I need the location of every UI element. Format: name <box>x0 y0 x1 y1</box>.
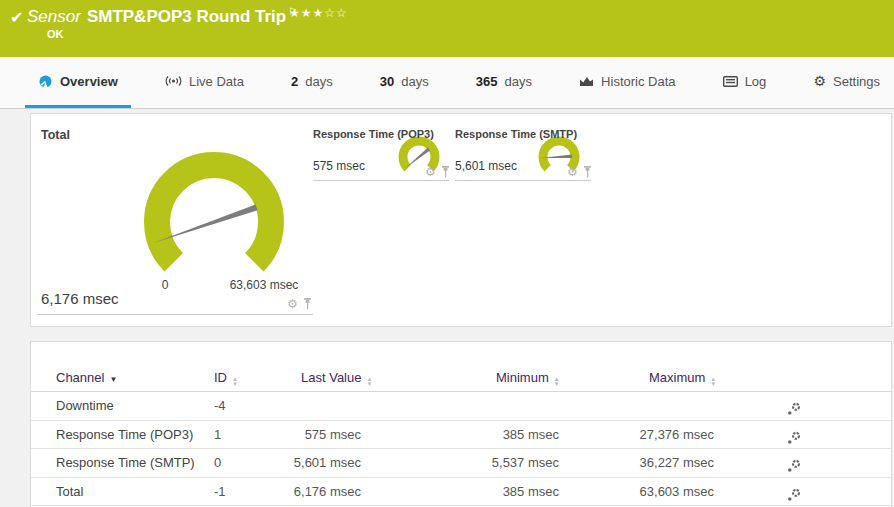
channel-minimum: 5,537 msec <box>409 449 559 476</box>
column-header-channel[interactable]: Channel▼ <box>56 364 117 393</box>
channel-last-value: 5,601 msec <box>211 449 361 476</box>
gauge-smtp-value: 5,601 msec <box>455 159 517 173</box>
table-row-response-time-pop3: Response Time (POP3) 1 575 msec 385 msec… <box>31 421 891 450</box>
gauge-pop3-label: Response Time (POP3) <box>313 128 434 140</box>
tab-live-data[interactable]: Live Data <box>152 57 257 108</box>
tab-settings[interactable]: ⚙ Settings <box>800 57 893 108</box>
tab-historic-data[interactable]: Historic Data <box>566 57 688 108</box>
tab-365-days[interactable]: 365 days <box>463 57 545 108</box>
total-gauge-max-label: 63,603 msec <box>223 278 305 292</box>
sensor-kind-label: Sensor <box>27 7 81 26</box>
tab-label: Live Data <box>189 74 244 89</box>
channel-name: Response Time (POP3) <box>56 421 193 448</box>
table-row-response-time-smtp: Response Time (SMTP) 0 5,601 msec 5,537 … <box>31 449 891 478</box>
sort-icon: ▲▼ <box>710 377 716 386</box>
gauge-pop3-value: 575 msec <box>313 159 365 173</box>
channel-name: Response Time (SMTP) <box>56 449 195 476</box>
pin-icon[interactable] <box>583 166 592 178</box>
gauge-total-label: Total <box>41 128 70 142</box>
channel-maximum: 63,603 msec <box>564 478 714 505</box>
channel-last-value: 6,176 msec <box>211 478 361 505</box>
status-badge: OK <box>47 28 64 40</box>
gauge-settings-gear-icon[interactable]: ⚙ <box>567 167 578 177</box>
channel-minimum: 385 msec <box>409 421 559 448</box>
status-ok-check-icon: ✔ <box>10 8 23 27</box>
channel-last-value: 575 msec <box>211 421 361 448</box>
tab-label: days <box>401 74 428 89</box>
gauge-icon <box>38 75 53 88</box>
priority-stars[interactable]: ★★★☆☆ <box>289 6 348 20</box>
channel-settings-icon[interactable] <box>787 484 801 507</box>
sort-desc-icon: ▼ <box>109 375 117 384</box>
tab-2-days[interactable]: 2 days <box>278 57 346 108</box>
tab-label: days <box>305 74 332 89</box>
table-header-row: Channel▼ ID▲▼ Last Value▲▼ Minimum▲▼ Max… <box>31 364 891 392</box>
tab-30-days[interactable]: 30 days <box>367 57 442 108</box>
table-row-downtime: Downtime -4 <box>31 392 891 421</box>
sort-icon: ▲▼ <box>366 377 372 386</box>
tab-bar: Overview Live Data 2 days 30 days 365 da… <box>0 57 894 109</box>
page-title: SensorSMTP&POP3 Round Trip⚐ <box>27 6 297 27</box>
channels-panel: Channel▼ ID▲▼ Last Value▲▼ Minimum▲▼ Max… <box>30 341 892 507</box>
tab-number: 30 <box>380 74 394 89</box>
tab-number: 365 <box>476 74 498 89</box>
gauge-total-value: 6,176 msec <box>41 290 119 307</box>
historic-chart-icon <box>579 75 594 87</box>
channel-maximum: 36,227 msec <box>564 449 714 476</box>
tab-label: Settings <box>833 74 880 89</box>
channel-id: -4 <box>214 392 226 419</box>
pin-icon[interactable] <box>303 298 312 310</box>
sort-icon: ▲▼ <box>554 377 560 386</box>
sensor-header: ✔ SensorSMTP&POP3 Round Trip⚐ ★★★☆☆ OK <box>0 0 894 57</box>
pin-icon[interactable] <box>441 166 450 178</box>
tab-label: Overview <box>60 74 118 89</box>
gauge-settings-gear-icon[interactable]: ⚙ <box>287 299 298 309</box>
gauge-smtp-label: Response Time (SMTP) <box>455 128 577 140</box>
tab-label: days <box>505 74 532 89</box>
tab-label: Historic Data <box>601 74 675 89</box>
table-row-total: Total -1 6,176 msec 385 msec 63,603 msec <box>31 478 891 507</box>
total-gauge-min-label: 0 <box>135 278 195 292</box>
gear-icon: ⚙ <box>813 73 826 89</box>
channel-maximum: 27,376 msec <box>564 421 714 448</box>
channel-table: Channel▼ ID▲▼ Last Value▲▼ Minimum▲▼ Max… <box>31 364 891 506</box>
column-header-last-value[interactable]: Last Value▲▼ <box>301 364 372 391</box>
sort-icon: ▲▼ <box>232 377 238 386</box>
tab-number: 2 <box>291 74 298 89</box>
channel-minimum: 385 msec <box>409 478 559 505</box>
gauges-panel: Total 0 63,603 msec 6,176 msec ⚙ Respons… <box>30 113 892 327</box>
column-header-minimum[interactable]: Minimum▲▼ <box>496 364 560 391</box>
column-header-id[interactable]: ID▲▼ <box>214 364 238 391</box>
tab-label: Log <box>745 74 767 89</box>
channel-name: Downtime <box>56 392 114 419</box>
tab-log[interactable]: Log <box>710 57 780 108</box>
gauge-settings-gear-icon[interactable]: ⚙ <box>425 167 436 177</box>
tab-overview[interactable]: Overview <box>25 57 131 108</box>
log-icon <box>723 76 738 87</box>
channel-name: Total <box>56 478 83 505</box>
live-data-icon <box>165 75 182 87</box>
sensor-title: SMTP&POP3 Round Trip <box>87 7 286 26</box>
column-header-maximum[interactable]: Maximum▲▼ <box>649 364 716 391</box>
